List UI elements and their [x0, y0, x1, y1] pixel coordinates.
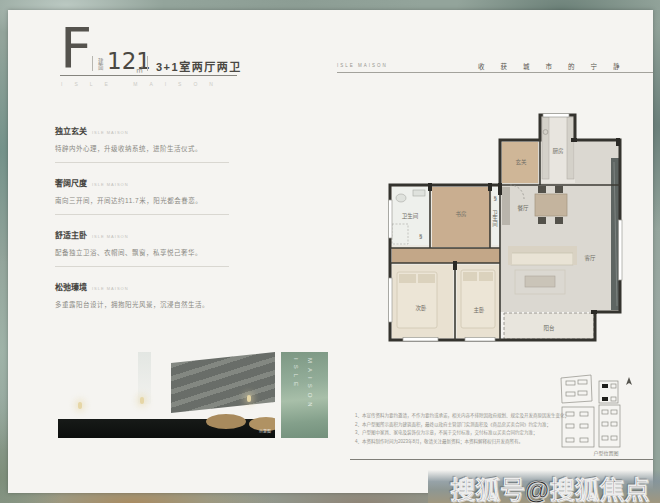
header-underline	[60, 75, 237, 76]
brand-letters-spaced: ISLE MAISON	[61, 81, 225, 87]
glass-text-col: ISLE	[293, 358, 299, 391]
feature-master-suite: 舒适主卧ISLE MAISON 配备独立卫浴、衣帽间、飘窗，私享悦己奢华。	[55, 224, 229, 267]
highlighted-unit	[602, 397, 608, 401]
toilet	[396, 194, 406, 202]
pillow	[479, 272, 493, 281]
dining-chair	[555, 186, 563, 193]
unit-layout-text: 3+1室两厅两卫	[156, 58, 242, 74]
unit-type-letter: F	[60, 22, 90, 74]
dining-table	[535, 194, 567, 216]
sofa-arm	[508, 246, 512, 265]
room-label-bath2: 卫生间	[492, 210, 498, 228]
highlighted-unit	[602, 384, 608, 388]
room-label-living: 客厅	[584, 254, 596, 262]
garden-photo: 示意图	[58, 352, 275, 438]
pillow	[463, 272, 477, 281]
room-label-kitchen: 厨房	[552, 147, 564, 155]
feature-tag: ISLE MAISON	[92, 130, 129, 135]
coffee-table	[525, 276, 555, 287]
feature-desc: 配备独立卫浴、衣帽间、飘窗，私享悦己奢华。	[55, 247, 229, 257]
sofa-arm	[573, 246, 577, 265]
header-rule	[337, 72, 653, 73]
photo-caption: 示意图	[259, 428, 271, 434]
room-label-bath1: 卫生间	[402, 212, 419, 220]
pillow	[399, 274, 416, 283]
header-divider-2	[147, 56, 148, 71]
feature-list: 独立玄关ISLE MAISON 特辟内外心理，升级收纳系统，进阶生活仪式。 奢阔…	[55, 120, 229, 327]
water-feature	[138, 352, 151, 404]
feature-desc: 特辟内外心理，升级收纳系统，进阶生活仪式。	[55, 143, 229, 153]
room-label-entry: 玄关	[515, 158, 527, 166]
area-prefix-label: 建面	[98, 58, 106, 70]
watermark-text: 搜狐号@搜狐焦点苏州站	[450, 470, 660, 503]
stone-steps	[171, 352, 275, 413]
feature-desc: 多重露阳台设计，拥抱阳光风景，沉浸自然生活。	[55, 299, 229, 309]
area-value: 121	[107, 48, 151, 74]
corridor-floor	[392, 248, 500, 263]
heater-symbol: §	[419, 233, 422, 239]
floor-plan: § § 卫生间 书房 卫生间 次卧 主卧 玄关 厨房 餐厅 客厅 阳台	[383, 100, 628, 350]
feature-tag: ISLE MAISON	[92, 234, 129, 239]
building-outline	[562, 407, 594, 447]
header-divider-1	[92, 56, 93, 71]
feature-title: 独立玄关	[55, 125, 87, 136]
site-plan-caption: 户型位置图	[556, 449, 656, 456]
slogan-text: 收获城市的宁静	[478, 61, 654, 71]
ottoman	[206, 414, 246, 429]
room-label-balcony: 阳台	[543, 324, 555, 332]
room-label-bed2: 次卧	[415, 304, 427, 312]
sink	[413, 190, 425, 196]
pillow	[418, 274, 435, 283]
north-arrow-icon	[626, 377, 632, 385]
brand-name: ISLE MAISON	[337, 63, 388, 68]
sofa-seat	[511, 253, 573, 265]
area-unit: ㎡	[136, 64, 143, 74]
kitchen-counter-right	[567, 117, 574, 179]
study-floor	[432, 187, 490, 247]
site-key-plan	[556, 372, 656, 448]
room-label-study: 书房	[455, 210, 467, 218]
feature-scale: 奢阔尺度ISLE MAISON 南向三开间，开间达约11.7米，阳光都会眷恋。	[55, 172, 229, 215]
sideboard	[502, 187, 510, 225]
room-label-dining: 餐厅	[517, 204, 529, 212]
feature-tag: ISLE MAISON	[92, 286, 129, 291]
feature-desc: 南向三开间，开间达约11.7米，阳光都会眷恋。	[55, 195, 229, 205]
glass-detail-photo: ISLE MAISON	[281, 352, 328, 438]
feature-title: 舒适主卧	[55, 229, 87, 240]
dining-chair	[538, 217, 546, 224]
lantern-light	[78, 402, 82, 409]
glass-text-col: MAISON	[307, 358, 313, 412]
footer-rule	[350, 459, 653, 460]
feature-tag: ISLE MAISON	[92, 182, 129, 187]
heater-symbol: §	[494, 195, 497, 201]
dining-chair	[538, 186, 546, 193]
feature-title: 奢阔尺度	[55, 177, 87, 188]
building-outline	[561, 375, 592, 403]
room-label-master: 主卧	[473, 306, 485, 314]
dining-chair	[555, 217, 563, 224]
feature-entry-hall: 独立玄关ISLE MAISON 特辟内外心理，升级收纳系统，进阶生活仪式。	[55, 120, 229, 163]
kitchen-counter-left	[542, 117, 549, 179]
lantern-light	[247, 395, 251, 402]
feature-relax: 松弛瑧境ISLE MAISON 多重露阳台设计，拥抱阳光风景，沉浸自然生活。	[55, 276, 229, 318]
feature-title: 松弛瑧境	[55, 281, 87, 292]
sofa-back	[511, 246, 573, 253]
lantern-light	[140, 397, 144, 404]
